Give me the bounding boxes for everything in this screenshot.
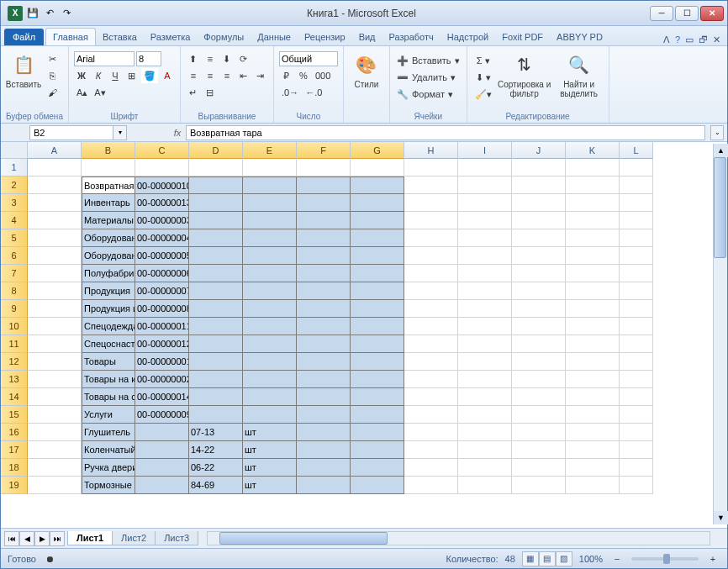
cell-B11[interactable]: Спецоснаст <box>82 335 135 353</box>
name-box[interactable]: B2 <box>29 125 113 140</box>
cell-F19[interactable] <box>297 477 351 494</box>
cell-K2[interactable] <box>566 176 620 194</box>
cell-D10[interactable] <box>189 318 243 335</box>
cell-C19[interactable] <box>135 477 189 494</box>
cell-K19[interactable] <box>566 477 620 494</box>
cell-A13[interactable] <box>28 371 82 388</box>
cell-E8[interactable] <box>243 282 297 300</box>
scroll-down-icon[interactable]: ▼ <box>714 511 728 524</box>
cell-I8[interactable] <box>458 282 512 300</box>
cell-G12[interactable] <box>351 353 404 371</box>
row-header-10[interactable]: 10 <box>1 318 28 335</box>
cell-D2[interactable] <box>189 176 243 194</box>
currency-icon[interactable]: ₽ <box>279 68 294 83</box>
cell-F1[interactable] <box>297 159 351 176</box>
orientation-icon[interactable]: ⟳ <box>236 51 251 66</box>
cell-F3[interactable] <box>297 194 351 212</box>
cell-J18[interactable] <box>512 459 566 477</box>
styles-button[interactable]: 🎨 Стили <box>349 48 384 89</box>
cell-K4[interactable] <box>566 212 620 229</box>
cell-F17[interactable] <box>297 441 351 459</box>
undo-icon[interactable]: ↶ <box>43 7 56 20</box>
sort-filter-button[interactable]: ⇅ Сортировка и фильтр <box>498 48 551 98</box>
cell-L2[interactable] <box>620 176 653 194</box>
select-all-corner[interactable] <box>1 142 28 159</box>
cell-C18[interactable] <box>135 459 189 477</box>
cell-J16[interactable] <box>512 424 566 441</box>
cell-H5[interactable] <box>404 229 458 247</box>
tab-home[interactable]: Главная <box>45 28 96 45</box>
cell-C8[interactable]: 00-00000007 <box>135 282 189 300</box>
cell-D14[interactable] <box>189 388 243 406</box>
row-header-17[interactable]: 17 <box>1 441 28 459</box>
min-ribbon-icon[interactable]: ▭ <box>685 34 694 45</box>
vertical-scrollbar[interactable]: ▲ ▼ <box>713 144 727 524</box>
tab-data[interactable]: Данные <box>251 29 298 45</box>
cell-F8[interactable] <box>297 282 351 300</box>
cell-C15[interactable]: 00-00000009 <box>135 406 189 424</box>
cell-E11[interactable] <box>243 335 297 353</box>
cell-C10[interactable]: 00-00000011 <box>135 318 189 335</box>
cell-B5[interactable]: Оборудован <box>82 229 135 247</box>
cell-I5[interactable] <box>458 229 512 247</box>
cell-J11[interactable] <box>512 335 566 353</box>
cell-E15[interactable] <box>243 406 297 424</box>
cell-A7[interactable] <box>28 265 82 282</box>
cell-I18[interactable] <box>458 459 512 477</box>
col-header-B[interactable]: B <box>82 142 135 159</box>
cell-E6[interactable] <box>243 247 297 265</box>
cell-B16[interactable]: Глушитель <box>82 424 135 441</box>
cell-B13[interactable]: Товары на к <box>82 371 135 388</box>
cell-B19[interactable]: Тормозные <box>82 477 135 494</box>
cell-A2[interactable] <box>28 176 82 194</box>
next-sheet-icon[interactable]: ▶ <box>34 531 50 546</box>
cell-L19[interactable] <box>620 477 653 494</box>
redo-icon[interactable]: ↷ <box>60 7 73 20</box>
cell-F13[interactable] <box>297 371 351 388</box>
cell-D6[interactable] <box>189 247 243 265</box>
cell-B12[interactable]: Товары <box>82 353 135 371</box>
cell-D16[interactable]: 07-13 <box>189 424 243 441</box>
find-select-button[interactable]: 🔍 Найти и выделить <box>555 48 604 98</box>
cell-C1[interactable] <box>135 159 189 176</box>
cell-A18[interactable] <box>28 459 82 477</box>
cell-F9[interactable] <box>297 300 351 318</box>
cell-F12[interactable] <box>297 353 351 371</box>
tab-addins[interactable]: Надстрой <box>440 29 495 45</box>
cell-L9[interactable] <box>620 300 653 318</box>
cell-E4[interactable] <box>243 212 297 229</box>
zoom-slider[interactable] <box>631 557 699 561</box>
cell-D15[interactable] <box>189 406 243 424</box>
cell-H14[interactable] <box>404 388 458 406</box>
cell-K16[interactable] <box>566 424 620 441</box>
cell-H18[interactable] <box>404 459 458 477</box>
border-button[interactable]: ⊞ <box>124 68 140 83</box>
tab-layout[interactable]: Разметка <box>144 29 198 45</box>
cell-G17[interactable] <box>351 441 404 459</box>
cell-E5[interactable] <box>243 229 297 247</box>
cell-J7[interactable] <box>512 265 566 282</box>
cell-K5[interactable] <box>566 229 620 247</box>
cell-K11[interactable] <box>566 335 620 353</box>
cell-C13[interactable]: 00-00000002 <box>135 371 189 388</box>
cell-C12[interactable]: 00-00000001 <box>135 353 189 371</box>
row-header-9[interactable]: 9 <box>1 300 28 318</box>
cell-B17[interactable]: Коленчатый <box>82 441 135 459</box>
col-header-G[interactable]: G <box>351 142 404 159</box>
cell-J17[interactable] <box>512 441 566 459</box>
align-top-icon[interactable]: ⬆ <box>186 51 201 66</box>
tab-view[interactable]: Вид <box>352 29 382 45</box>
cell-A6[interactable] <box>28 247 82 265</box>
last-sheet-icon[interactable]: ⏭ <box>50 531 65 546</box>
col-header-K[interactable]: K <box>566 142 620 159</box>
row-header-4[interactable]: 4 <box>1 212 28 229</box>
shrink-font-icon[interactable]: A▾ <box>92 85 108 100</box>
cell-B8[interactable]: Продукция <box>82 282 135 300</box>
cell-L12[interactable] <box>620 353 653 371</box>
wrap-text-icon[interactable]: ↵ <box>186 85 201 100</box>
cell-A12[interactable] <box>28 353 82 371</box>
cell-D13[interactable] <box>189 371 243 388</box>
zoom-thumb[interactable] <box>663 554 670 564</box>
cell-E19[interactable]: шт <box>243 477 297 494</box>
align-center-icon[interactable]: ≡ <box>203 68 218 83</box>
